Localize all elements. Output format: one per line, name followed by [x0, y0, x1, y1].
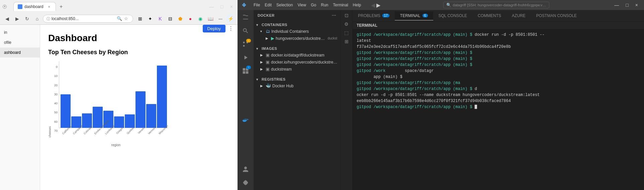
individual-containers-label: Individual Containers: [271, 29, 309, 34]
ext5-icon[interactable]: ●: [186, 14, 195, 23]
menu-view[interactable]: View: [295, 2, 308, 8]
menu-selection[interactable]: Selection: [274, 2, 295, 8]
individual-containers-item[interactable]: ▾ 🗂 Individual Containers: [254, 28, 340, 35]
close-button[interactable]: ×: [3, 5, 7, 9]
app-sidebar: in ofile ashboard: [0, 25, 40, 190]
grid-icon[interactable]: ⊞: [343, 37, 351, 45]
running-icon: ▶: [271, 36, 274, 41]
activity-extensions[interactable]: !: [240, 65, 252, 77]
tab-comments[interactable]: COMMENTS: [472, 11, 507, 20]
close-window-button[interactable]: ×: [228, 3, 235, 10]
extensions-icon[interactable]: ⊞: [136, 14, 145, 23]
page-area: Deploy ⋮ Dashboard Top Ten Cheeses by Re…: [40, 25, 238, 190]
terminal-header: TERMINAL: [353, 22, 644, 29]
title-bar: × dashboard × + — □ ×: [0, 0, 238, 13]
duckstream-chevron: ▶: [266, 36, 270, 40]
ext4-icon[interactable]: ⬟: [176, 14, 185, 23]
search-icon[interactable]: 🔍: [117, 16, 122, 21]
activity-git[interactable]: !: [240, 38, 252, 50]
reload-button[interactable]: ↻: [23, 14, 31, 23]
menu-run[interactable]: Run: [319, 2, 330, 8]
duckstream-container-item[interactable]: ▶ ▶ hungovercoders/duckstream:latest duc…: [254, 35, 340, 42]
activity-search[interactable]: [240, 25, 252, 37]
ext3-icon[interactable]: ⊟: [166, 14, 175, 23]
new-tab-button[interactable]: +: [57, 3, 65, 11]
svg-rect-3: [243, 68, 246, 71]
menu-help[interactable]: Help: [351, 2, 363, 8]
image-duckstream-item[interactable]: ▶ ▣ duckstream: [254, 66, 340, 73]
maximize-button[interactable]: □: [218, 3, 225, 10]
term-line-5c: app (main) $: [357, 75, 402, 79]
url-text: localhost:850...: [52, 16, 79, 21]
svg-rect-5: [243, 71, 246, 74]
tab-postman[interactable]: POSTMAN CONSOLE: [531, 11, 582, 20]
activity-account[interactable]: [240, 163, 252, 175]
y-tick-1: 10: [54, 75, 58, 78]
minimize-button[interactable]: —: [207, 3, 216, 10]
tab-close-button[interactable]: ×: [47, 4, 52, 9]
browser-content: in ofile ashboard Deploy ⋮ Dashboard Top…: [0, 25, 238, 190]
chart-inner: 70 60 50 40 30 20 10 0: [54, 61, 168, 147]
tab-sql-console[interactable]: SQL CONSOLE: [433, 11, 473, 20]
split-icon[interactable]: ⊡: [343, 11, 351, 19]
ext6-icon[interactable]: ◉: [196, 14, 205, 23]
activity-settings[interactable]: [240, 177, 252, 189]
expand-icon[interactable]: ⬚: [343, 29, 351, 37]
vscode-minimize[interactable]: —: [612, 2, 621, 8]
back-button[interactable]: ◀: [3, 14, 11, 23]
tab-terminal[interactable]: TERMINAL 6: [395, 11, 433, 20]
menu-terminal[interactable]: Terminal: [331, 2, 350, 8]
more-options-icon[interactable]: ⋮: [228, 25, 234, 32]
registries-section[interactable]: ▾ REGISTRIES: [254, 75, 340, 82]
vscode-maximize[interactable]: □: [624, 2, 630, 8]
vscode-close[interactable]: ×: [633, 2, 640, 8]
more-icon[interactable]: ···: [216, 14, 225, 23]
image-datagriff-item[interactable]: ▶ ▣ docker.io/datagriff/duckstream: [254, 52, 340, 59]
ellipsis-icon[interactable]: ···: [332, 13, 336, 18]
copilot-icon[interactable]: ⚡: [226, 14, 235, 23]
menu-edit[interactable]: Edit: [263, 2, 274, 8]
ext1-icon[interactable]: ✦: [146, 14, 155, 23]
menu-go[interactable]: Go: [309, 2, 318, 8]
browser-tab[interactable]: dashboard ×: [13, 2, 56, 11]
y-axis: 70 60 50 40 30 20 10 0: [54, 66, 58, 132]
docker-hub-item[interactable]: ▶ 🐳 Docker Hub: [254, 82, 340, 89]
bookmark-icon[interactable]: ☆: [124, 16, 129, 21]
menu-file[interactable]: File: [252, 2, 262, 8]
forward-button[interactable]: ▶: [13, 14, 21, 23]
tab-favicon: [18, 4, 22, 9]
terminal-content[interactable]: gitpod /workspace/datagriff/scratch/app …: [353, 29, 644, 190]
ext2-icon[interactable]: K: [156, 14, 165, 23]
sidebar-item-in[interactable]: in: [0, 27, 40, 37]
tab-problems[interactable]: PROBLEMS 17: [353, 11, 395, 20]
activity-docker[interactable]: [240, 114, 252, 126]
image-datagriff-label: docker.io/datagriff/duckstream: [271, 53, 325, 58]
back-arrow[interactable]: ◀: [371, 2, 375, 8]
y-axis-label: cheeses: [48, 71, 52, 137]
tab-title: dashboard: [24, 4, 43, 9]
chart-area: cheeses 70 60 50 40 30 20 10 0: [48, 61, 229, 147]
forward-arrow[interactable]: ▶: [376, 2, 380, 8]
images-section[interactable]: ▾ IMAGES: [254, 44, 340, 52]
bar-california: [61, 94, 71, 128]
tab-azure[interactable]: AZURE: [507, 11, 531, 20]
window-min-max-controls: — □ ×: [207, 3, 235, 10]
container-folder-icon: 🗂: [266, 29, 270, 34]
deploy-button[interactable]: Deploy: [203, 25, 225, 32]
problems-label: PROBLEMS: [358, 13, 380, 18]
postman-label: POSTMAN CONSOLE: [536, 13, 577, 18]
activity-explorer[interactable]: [240, 11, 252, 23]
sidebar-item-dashboard[interactable]: ashboard: [0, 48, 40, 58]
image-icon-1: ▣: [266, 53, 270, 58]
activity-run-debug[interactable]: [240, 52, 252, 64]
image-hungovercoders-item[interactable]: ▶ ▣ docker.io/hungovercoders/duckstream: [254, 59, 340, 66]
sidebar-item-profile[interactable]: ofile: [0, 37, 40, 48]
vscode-search-bar[interactable]: 🔍 datagriff [SSH: hungovercoder-datagrif…: [443, 2, 549, 8]
bars-and-x-axis: California Campania Colorado Emilia-Roma…: [59, 61, 168, 132]
home-button[interactable]: ⌂: [33, 14, 41, 23]
address-bar[interactable]: ⓘ localhost:850... 🔍 ☆: [43, 15, 133, 23]
y-tick-7: 70: [54, 129, 58, 132]
containers-section[interactable]: ▾ CONTAINERS: [254, 21, 340, 28]
settings-icon[interactable]: ⚙: [343, 20, 351, 28]
reading-icon[interactable]: 📖: [206, 14, 215, 23]
